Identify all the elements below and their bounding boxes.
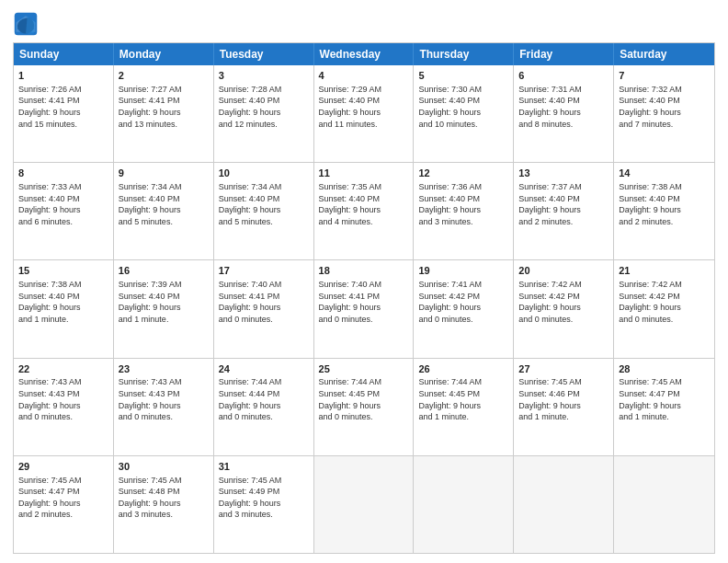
day-number: 25 (319, 362, 409, 376)
day-number: 23 (119, 362, 209, 376)
day-info: Sunrise: 7:42 AM Sunset: 4:42 PM Dayligh… (619, 279, 710, 325)
day-info: Sunrise: 7:31 AM Sunset: 4:40 PM Dayligh… (518, 84, 609, 130)
day-number: 9 (119, 167, 209, 180)
day-number: 3 (219, 69, 309, 83)
day-number: 18 (319, 264, 409, 278)
day-info: Sunrise: 7:29 AM Sunset: 4:40 PM Dayligh… (319, 84, 409, 130)
day-number: 22 (18, 362, 108, 376)
day-number: 28 (619, 362, 710, 376)
day-number: 24 (219, 362, 309, 376)
day-cell-16: 16Sunrise: 7:39 AM Sunset: 4:40 PM Dayli… (114, 260, 214, 357)
day-cell-1: 1Sunrise: 7:26 AM Sunset: 4:41 PM Daylig… (14, 65, 114, 162)
day-cell-5: 5Sunrise: 7:30 AM Sunset: 4:40 PM Daylig… (414, 65, 514, 162)
day-info: Sunrise: 7:44 AM Sunset: 4:45 PM Dayligh… (319, 376, 409, 422)
header (13, 11, 715, 37)
day-info: Sunrise: 7:45 AM Sunset: 4:46 PM Dayligh… (518, 376, 609, 422)
day-cell-28: 28Sunrise: 7:45 AM Sunset: 4:47 PM Dayli… (614, 359, 714, 455)
day-info: Sunrise: 7:35 AM Sunset: 4:40 PM Dayligh… (319, 181, 409, 227)
day-cell-29: 29Sunrise: 7:45 AM Sunset: 4:47 PM Dayli… (14, 456, 114, 553)
logo (13, 11, 42, 37)
calendar-row-3: 22Sunrise: 7:43 AM Sunset: 4:43 PM Dayli… (14, 358, 714, 455)
day-number: 17 (219, 264, 309, 278)
day-cell-22: 22Sunrise: 7:43 AM Sunset: 4:43 PM Dayli… (14, 359, 114, 455)
day-info: Sunrise: 7:26 AM Sunset: 4:41 PM Dayligh… (18, 84, 108, 130)
day-info: Sunrise: 7:39 AM Sunset: 4:40 PM Dayligh… (119, 279, 209, 325)
day-info: Sunrise: 7:30 AM Sunset: 4:40 PM Dayligh… (418, 84, 508, 130)
day-cell-15: 15Sunrise: 7:38 AM Sunset: 4:40 PM Dayli… (14, 260, 114, 357)
calendar-row-4: 29Sunrise: 7:45 AM Sunset: 4:47 PM Dayli… (14, 455, 714, 553)
day-number: 4 (319, 69, 409, 83)
day-info: Sunrise: 7:45 AM Sunset: 4:48 PM Dayligh… (119, 475, 209, 521)
day-cell-24: 24Sunrise: 7:44 AM Sunset: 4:44 PM Dayli… (214, 359, 314, 455)
calendar-row-2: 15Sunrise: 7:38 AM Sunset: 4:40 PM Dayli… (14, 259, 714, 357)
calendar-header: SundayMondayTuesdayWednesdayThursdayFrid… (14, 43, 714, 65)
day-info: Sunrise: 7:42 AM Sunset: 4:42 PM Dayligh… (518, 279, 609, 325)
day-cell-2: 2Sunrise: 7:27 AM Sunset: 4:41 PM Daylig… (114, 65, 214, 162)
page: SundayMondayTuesdayWednesdayThursdayFrid… (0, 0, 728, 563)
day-info: Sunrise: 7:28 AM Sunset: 4:40 PM Dayligh… (219, 84, 309, 130)
day-info: Sunrise: 7:45 AM Sunset: 4:49 PM Dayligh… (219, 475, 309, 521)
day-number: 29 (18, 460, 108, 474)
header-day-wednesday: Wednesday (314, 43, 415, 65)
day-cell-30: 30Sunrise: 7:45 AM Sunset: 4:48 PM Dayli… (114, 456, 214, 553)
day-info: Sunrise: 7:27 AM Sunset: 4:41 PM Dayligh… (119, 84, 209, 130)
day-info: Sunrise: 7:36 AM Sunset: 4:40 PM Dayligh… (418, 181, 508, 227)
day-cell-4: 4Sunrise: 7:29 AM Sunset: 4:40 PM Daylig… (314, 65, 415, 162)
day-info: Sunrise: 7:43 AM Sunset: 4:43 PM Dayligh… (119, 376, 209, 422)
day-number: 26 (418, 362, 508, 376)
day-number: 10 (219, 167, 309, 180)
empty-cell (414, 456, 514, 553)
day-info: Sunrise: 7:44 AM Sunset: 4:44 PM Dayligh… (219, 376, 309, 422)
day-number: 20 (518, 264, 609, 278)
day-info: Sunrise: 7:45 AM Sunset: 4:47 PM Dayligh… (18, 475, 108, 521)
day-cell-8: 8Sunrise: 7:33 AM Sunset: 4:40 PM Daylig… (14, 163, 114, 259)
day-number: 14 (619, 167, 710, 180)
day-info: Sunrise: 7:45 AM Sunset: 4:47 PM Dayligh… (619, 376, 710, 422)
day-number: 1 (18, 69, 108, 83)
day-number: 21 (619, 264, 710, 278)
day-number: 5 (418, 69, 508, 83)
day-cell-26: 26Sunrise: 7:44 AM Sunset: 4:45 PM Dayli… (414, 359, 514, 455)
day-cell-20: 20Sunrise: 7:42 AM Sunset: 4:42 PM Dayli… (514, 260, 614, 357)
day-cell-18: 18Sunrise: 7:40 AM Sunset: 4:41 PM Dayli… (314, 260, 415, 357)
day-info: Sunrise: 7:34 AM Sunset: 4:40 PM Dayligh… (119, 181, 209, 227)
empty-cell (614, 456, 714, 553)
day-number: 6 (518, 69, 609, 83)
day-cell-11: 11Sunrise: 7:35 AM Sunset: 4:40 PM Dayli… (314, 163, 415, 259)
day-number: 30 (119, 460, 209, 474)
day-number: 13 (518, 167, 609, 180)
day-cell-7: 7Sunrise: 7:32 AM Sunset: 4:40 PM Daylig… (614, 65, 714, 162)
day-info: Sunrise: 7:38 AM Sunset: 4:40 PM Dayligh… (18, 279, 108, 325)
day-number: 2 (119, 69, 209, 83)
day-cell-21: 21Sunrise: 7:42 AM Sunset: 4:42 PM Dayli… (614, 260, 714, 357)
day-cell-13: 13Sunrise: 7:37 AM Sunset: 4:40 PM Dayli… (514, 163, 614, 259)
day-cell-19: 19Sunrise: 7:41 AM Sunset: 4:42 PM Dayli… (414, 260, 514, 357)
calendar: SundayMondayTuesdayWednesdayThursdayFrid… (13, 42, 715, 554)
day-number: 15 (18, 264, 108, 278)
day-info: Sunrise: 7:32 AM Sunset: 4:40 PM Dayligh… (619, 84, 710, 130)
logo-icon (13, 11, 39, 37)
header-day-friday: Friday (514, 43, 614, 65)
day-number: 16 (119, 264, 209, 278)
day-cell-23: 23Sunrise: 7:43 AM Sunset: 4:43 PM Dayli… (114, 359, 214, 455)
day-info: Sunrise: 7:41 AM Sunset: 4:42 PM Dayligh… (418, 279, 508, 325)
day-cell-6: 6Sunrise: 7:31 AM Sunset: 4:40 PM Daylig… (514, 65, 614, 162)
day-cell-25: 25Sunrise: 7:44 AM Sunset: 4:45 PM Dayli… (314, 359, 415, 455)
day-cell-12: 12Sunrise: 7:36 AM Sunset: 4:40 PM Dayli… (414, 163, 514, 259)
day-info: Sunrise: 7:40 AM Sunset: 4:41 PM Dayligh… (219, 279, 309, 325)
day-cell-9: 9Sunrise: 7:34 AM Sunset: 4:40 PM Daylig… (114, 163, 214, 259)
calendar-row-1: 8Sunrise: 7:33 AM Sunset: 4:40 PM Daylig… (14, 162, 714, 259)
day-info: Sunrise: 7:40 AM Sunset: 4:41 PM Dayligh… (319, 279, 409, 325)
day-info: Sunrise: 7:38 AM Sunset: 4:40 PM Dayligh… (619, 181, 710, 227)
day-cell-17: 17Sunrise: 7:40 AM Sunset: 4:41 PM Dayli… (214, 260, 314, 357)
calendar-row-0: 1Sunrise: 7:26 AM Sunset: 4:41 PM Daylig… (14, 65, 714, 162)
day-number: 7 (619, 69, 710, 83)
day-number: 12 (418, 167, 508, 180)
empty-cell (314, 456, 415, 553)
day-cell-3: 3Sunrise: 7:28 AM Sunset: 4:40 PM Daylig… (214, 65, 314, 162)
day-number: 11 (319, 167, 409, 180)
day-cell-27: 27Sunrise: 7:45 AM Sunset: 4:46 PM Dayli… (514, 359, 614, 455)
day-cell-14: 14Sunrise: 7:38 AM Sunset: 4:40 PM Dayli… (614, 163, 714, 259)
day-cell-10: 10Sunrise: 7:34 AM Sunset: 4:40 PM Dayli… (214, 163, 314, 259)
header-day-tuesday: Tuesday (214, 43, 314, 65)
